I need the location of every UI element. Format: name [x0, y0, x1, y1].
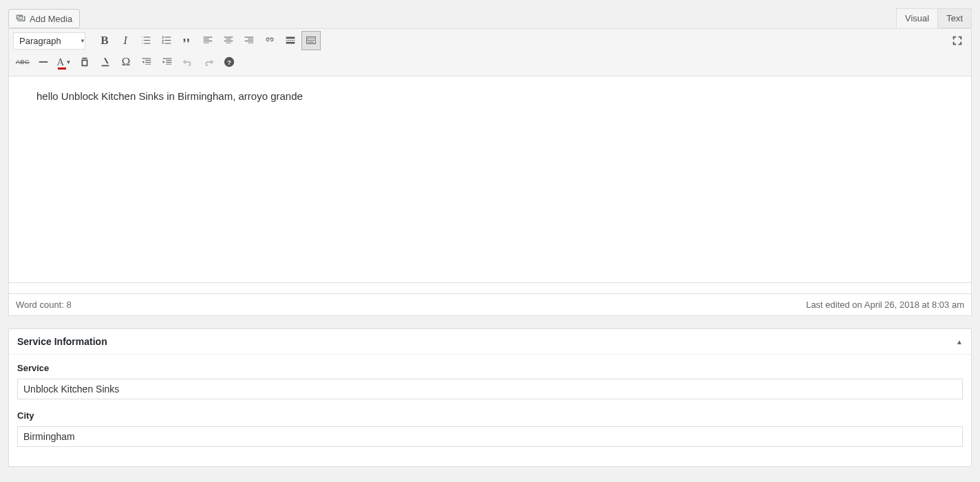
align-right-button[interactable]: [239, 31, 259, 50]
editor-resize-handle[interactable]: [8, 283, 972, 294]
toolbar-toggle-button[interactable]: [301, 31, 321, 50]
strikethrough-button[interactable]: ABC: [13, 52, 32, 72]
metabox-header[interactable]: Service Information ▲: [9, 329, 971, 355]
align-left-button[interactable]: [198, 31, 217, 50]
editor-tabs: Visual Text: [897, 8, 972, 28]
field-city: City: [17, 410, 963, 447]
blockquote-button[interactable]: [178, 31, 197, 50]
numbered-list-button[interactable]: [157, 31, 176, 50]
paste-text-button[interactable]: T: [75, 52, 94, 72]
insert-more-button[interactable]: [281, 31, 300, 50]
editor-container: Add Media Visual Text Paragraph B I: [8, 8, 972, 467]
editor-toolbar: Paragraph B I ABC A▼ T Ω: [8, 28, 972, 76]
toolbar-row-2: ABC A▼ T Ω ?: [9, 52, 971, 76]
add-media-button[interactable]: Add Media: [8, 9, 80, 28]
svg-text:T: T: [83, 61, 86, 65]
toolbar-row-1: Paragraph B I: [9, 29, 971, 52]
editor-status-bar: Word count: 8 Last edited on April 26, 2…: [8, 294, 972, 316]
city-label: City: [17, 410, 963, 421]
special-character-button[interactable]: Ω: [116, 52, 136, 72]
service-input[interactable]: [17, 379, 963, 399]
tab-visual[interactable]: Visual: [896, 8, 938, 28]
service-label: Service: [17, 363, 963, 373]
editor-top-row: Add Media Visual Text: [8, 8, 972, 28]
horizontal-rule-button[interactable]: [34, 52, 53, 72]
word-count: Word count: 8: [16, 300, 72, 310]
service-information-metabox: Service Information ▲ Service City: [8, 328, 972, 467]
add-media-label: Add Media: [30, 14, 72, 24]
align-center-button[interactable]: [219, 31, 238, 50]
tab-text[interactable]: Text: [937, 8, 972, 28]
indent-button[interactable]: [158, 52, 177, 72]
media-icon: [16, 13, 27, 24]
editor-paragraph: hello Unblock Kitchen Sinks in Birmingha…: [36, 90, 944, 102]
undo-button[interactable]: [178, 52, 198, 72]
bold-button[interactable]: B: [95, 31, 114, 50]
italic-button[interactable]: I: [116, 31, 135, 50]
city-input[interactable]: [17, 426, 963, 447]
outdent-button[interactable]: [137, 52, 156, 72]
editor-content-area[interactable]: hello Unblock Kitchen Sinks in Birmingha…: [8, 76, 972, 283]
text-color-button[interactable]: A▼: [54, 52, 74, 72]
metabox-body: Service City: [9, 355, 971, 466]
bullet-list-button[interactable]: [136, 31, 156, 50]
clear-formatting-button[interactable]: [96, 52, 115, 72]
last-edited: Last edited on April 26, 2018 at 8:03 am: [806, 300, 964, 310]
field-service: Service: [17, 363, 963, 399]
format-select-wrap: Paragraph: [13, 32, 89, 50]
help-button[interactable]: ?: [220, 52, 239, 72]
metabox-title: Service Information: [17, 336, 107, 347]
insert-link-button[interactable]: [260, 31, 279, 50]
metabox-toggle-icon[interactable]: ▲: [956, 338, 963, 346]
fullscreen-button[interactable]: [948, 31, 967, 50]
format-select[interactable]: Paragraph: [13, 32, 85, 50]
redo-button[interactable]: [199, 52, 218, 72]
svg-text:?: ?: [227, 59, 231, 66]
svg-rect-1: [39, 61, 48, 63]
